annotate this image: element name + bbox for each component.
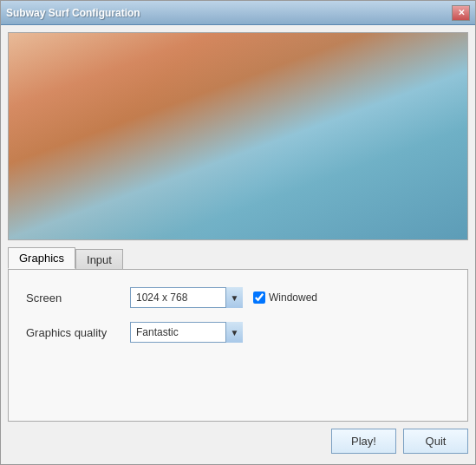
quality-label: Graphics quality (26, 326, 130, 339)
tab-input[interactable]: Input (75, 249, 123, 271)
quit-button[interactable]: Quit (403, 429, 468, 454)
tab-graphics-label: Graphics (19, 252, 64, 265)
title-bar-controls: ✕ (452, 5, 470, 21)
windowed-wrapper: Windowed (253, 291, 317, 304)
tab-input-label: Input (87, 253, 112, 266)
close-button[interactable]: ✕ (452, 5, 470, 21)
main-window: Subway Surf Configuration ✕ Graphics Inp… (0, 0, 476, 465)
windowed-checkbox[interactable] (253, 291, 265, 304)
screen-label: Screen (26, 291, 130, 305)
quality-select[interactable]: Fastest Fast Simple Good Beautiful Fanta… (130, 322, 243, 343)
windowed-label[interactable]: Windowed (269, 291, 317, 304)
screen-select[interactable]: 640 x 480 800 x 600 1024 x 768 1280 x 72… (130, 287, 243, 308)
settings-panel: Screen 640 x 480 800 x 600 1024 x 768 12… (8, 269, 468, 422)
quality-select-wrapper: Fastest Fast Simple Good Beautiful Fanta… (130, 322, 243, 343)
play-button[interactable]: Play! (331, 429, 396, 454)
preview-area (8, 32, 468, 240)
window-title: Subway Surf Configuration (6, 7, 140, 19)
screen-select-wrapper: 640 x 480 800 x 600 1024 x 768 1280 x 72… (130, 287, 243, 308)
tabs-container: Graphics Input (8, 247, 468, 269)
bottom-buttons: Play! Quit (1, 429, 475, 464)
quality-row: Graphics quality Fastest Fast Simple Goo… (26, 322, 450, 343)
screen-controls: 640 x 480 800 x 600 1024 x 768 1280 x 72… (130, 287, 317, 308)
title-bar: Subway Surf Configuration ✕ (1, 1, 475, 25)
screen-row: Screen 640 x 480 800 x 600 1024 x 768 12… (26, 287, 450, 308)
tab-graphics[interactable]: Graphics (8, 247, 75, 269)
